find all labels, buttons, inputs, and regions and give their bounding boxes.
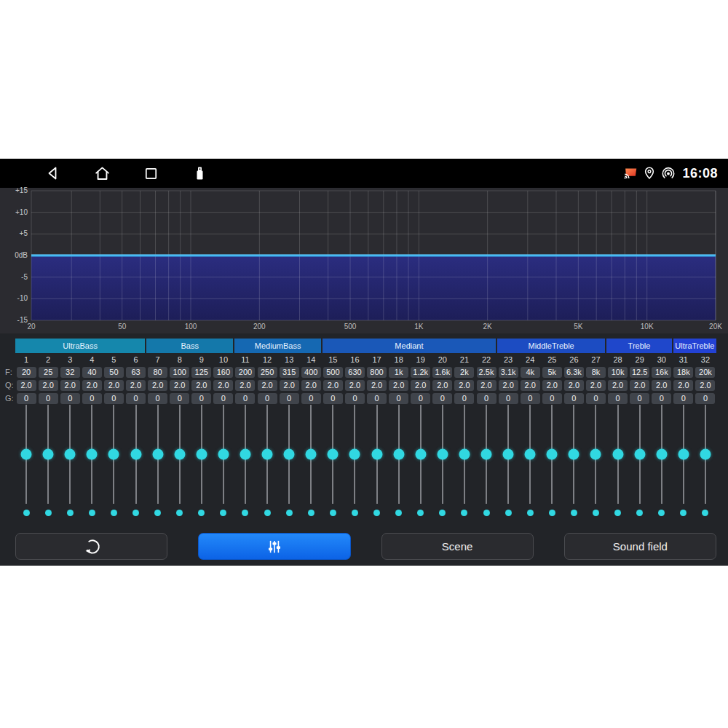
slider-handle[interactable]	[437, 449, 448, 460]
reset-button[interactable]	[15, 533, 167, 560]
eq-gain-slider[interactable]	[169, 405, 191, 504]
slider-track[interactable]	[639, 405, 641, 504]
slider-track[interactable]	[113, 405, 114, 504]
slider-track[interactable]	[310, 405, 312, 504]
eq-gain-slider[interactable]	[673, 405, 695, 504]
eq-gain-slider[interactable]	[124, 405, 146, 504]
eq-gain-slider[interactable]	[388, 405, 410, 504]
slider-handle[interactable]	[415, 449, 426, 460]
slider-handle[interactable]	[678, 449, 689, 460]
eq-gain-slider[interactable]	[344, 405, 365, 504]
eq-gain-slider[interactable]	[322, 405, 344, 504]
slider-handle[interactable]	[43, 449, 54, 460]
eq-gain-slider[interactable]	[81, 405, 103, 504]
slider-track[interactable]	[573, 405, 574, 504]
slider-track[interactable]	[69, 405, 71, 504]
eq-gain-slider[interactable]	[103, 405, 124, 504]
slider-handle[interactable]	[569, 449, 579, 460]
slider-handle[interactable]	[284, 449, 295, 460]
slider-handle[interactable]	[349, 449, 360, 460]
slider-track[interactable]	[223, 405, 224, 504]
slider-handle[interactable]	[174, 449, 185, 460]
slider-track[interactable]	[683, 405, 684, 504]
back-button[interactable]	[44, 164, 63, 183]
slider-track[interactable]	[245, 405, 246, 504]
scene-button[interactable]: Scene	[381, 533, 534, 560]
slider-handle[interactable]	[240, 449, 250, 460]
slider-track[interactable]	[661, 405, 662, 504]
slider-track[interactable]	[288, 405, 290, 504]
slider-track[interactable]	[332, 405, 333, 504]
slider-handle[interactable]	[481, 449, 492, 460]
slider-track[interactable]	[179, 405, 181, 504]
slider-track[interactable]	[705, 405, 706, 504]
eq-gain-slider[interactable]	[410, 405, 432, 504]
slider-track[interactable]	[486, 405, 487, 504]
slider-track[interactable]	[354, 405, 355, 504]
eq-gain-slider[interactable]	[37, 405, 59, 504]
slider-track[interactable]	[529, 405, 531, 504]
eq-gain-slider[interactable]	[629, 405, 651, 504]
slider-track[interactable]	[135, 405, 137, 504]
slider-handle[interactable]	[634, 449, 645, 460]
eq-gain-slider[interactable]	[278, 405, 300, 504]
eq-gain-slider[interactable]	[695, 405, 716, 504]
eq-gain-slider[interactable]	[585, 405, 606, 504]
slider-track[interactable]	[420, 405, 422, 504]
slider-track[interactable]	[47, 405, 49, 504]
eq-gain-slider[interactable]	[475, 405, 497, 504]
slider-track[interactable]	[464, 405, 465, 504]
slider-track[interactable]	[507, 405, 509, 504]
slider-handle[interactable]	[328, 449, 339, 460]
eq-gain-slider[interactable]	[234, 405, 256, 504]
recents-button[interactable]	[141, 164, 160, 183]
eq-gain-slider[interactable]	[366, 405, 388, 504]
slider-handle[interactable]	[393, 449, 404, 460]
slider-handle[interactable]	[503, 449, 514, 460]
slider-handle[interactable]	[262, 449, 273, 460]
slider-handle[interactable]	[218, 449, 229, 460]
eq-gain-slider[interactable]	[256, 405, 278, 504]
eq-gain-slider[interactable]	[432, 405, 454, 504]
eq-gain-slider[interactable]	[300, 405, 322, 504]
home-button[interactable]	[92, 164, 111, 183]
slider-handle[interactable]	[590, 449, 601, 460]
slider-track[interactable]	[442, 405, 443, 504]
slider-handle[interactable]	[656, 449, 667, 460]
slider-track[interactable]	[25, 405, 27, 504]
equalizer-button[interactable]	[198, 533, 350, 560]
slider-track[interactable]	[266, 405, 268, 504]
eq-gain-slider[interactable]	[541, 405, 563, 504]
eq-gain-slider[interactable]	[59, 405, 81, 504]
slider-track[interactable]	[617, 405, 619, 504]
eq-gain-slider[interactable]	[651, 405, 673, 504]
slider-track[interactable]	[551, 405, 553, 504]
slider-track[interactable]	[157, 405, 159, 504]
eq-gain-slider[interactable]	[607, 405, 629, 504]
slider-handle[interactable]	[547, 449, 558, 460]
eq-gain-slider[interactable]	[213, 405, 234, 504]
eq-gain-slider[interactable]	[519, 405, 541, 504]
eq-gain-slider[interactable]	[454, 405, 475, 504]
slider-track[interactable]	[398, 405, 400, 504]
slider-track[interactable]	[376, 405, 378, 504]
slider-handle[interactable]	[371, 449, 382, 460]
slider-handle[interactable]	[196, 449, 207, 460]
slider-handle[interactable]	[65, 449, 76, 460]
slider-handle[interactable]	[459, 449, 470, 460]
slider-handle[interactable]	[612, 449, 623, 460]
slider-handle[interactable]	[700, 449, 711, 460]
slider-handle[interactable]	[525, 449, 536, 460]
slider-handle[interactable]	[306, 449, 317, 460]
slider-handle[interactable]	[152, 449, 163, 460]
sound-field-button[interactable]: Sound field	[564, 533, 716, 560]
slider-handle[interactable]	[130, 449, 141, 460]
usb-device-button[interactable]	[190, 164, 209, 183]
slider-track[interactable]	[201, 405, 202, 504]
eq-gain-slider[interactable]	[563, 405, 585, 504]
slider-track[interactable]	[595, 405, 596, 504]
eq-gain-slider[interactable]	[497, 405, 519, 504]
eq-gain-slider[interactable]	[15, 405, 37, 504]
slider-handle[interactable]	[21, 449, 32, 460]
slider-track[interactable]	[91, 405, 92, 504]
